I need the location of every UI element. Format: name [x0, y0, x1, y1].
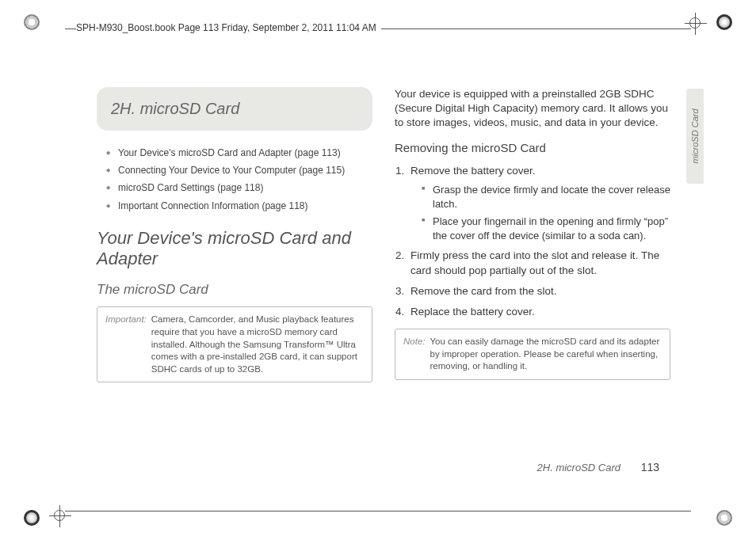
print-header-text: SPH-M930_Boost.book Page 113 Friday, Sep… — [76, 22, 381, 33]
callout-text: Camera, Camcorder, and Music playback fe… — [151, 314, 364, 375]
toc-item: microSD Card Settings (page 118) — [106, 181, 372, 194]
callout-label: Note: — [403, 336, 426, 373]
chapter-heading: 2H. microSD Card — [97, 87, 372, 131]
substep-item: Grasp the device firmly and locate the c… — [422, 183, 670, 211]
side-thumb-tab: microSD Card — [686, 89, 704, 184]
page-footer: 2H. microSD Card 113 — [537, 461, 659, 473]
mini-toc: Your Device's microSD Card and Adapter (… — [106, 146, 372, 212]
intro-paragraph: Your device is equipped with a preinstal… — [395, 87, 670, 131]
crop-mark-icon — [716, 510, 732, 526]
step-item: Remove the battery cover. Grasp the devi… — [407, 164, 670, 242]
side-tab-label: microSD Card — [690, 108, 700, 163]
step-item: Firmly press the card into the slot and … — [407, 249, 670, 277]
procedure-heading: Removing the microSD Card — [395, 140, 670, 156]
chapter-title: microSD Card — [140, 100, 240, 117]
right-column: Your device is equipped with a preinstal… — [395, 87, 670, 448]
toc-item: Connecting Your Device to Your Computer … — [106, 164, 372, 177]
chapter-number: 2H. — [111, 100, 136, 117]
page-number: 113 — [641, 461, 659, 473]
step-item: Replace the battery cover. — [407, 305, 670, 319]
callout-label: Important: — [105, 314, 147, 375]
left-column: 2H. microSD Card Your Device's microSD C… — [97, 87, 372, 448]
footer-section-label: 2H. microSD Card — [537, 462, 620, 473]
substep-item: Place your fingernail in the opening and… — [422, 215, 670, 242]
subsection-heading: The microSD Card — [97, 281, 372, 299]
step-item: Remove the card from the slot. — [407, 284, 670, 299]
crop-mark-icon — [24, 510, 40, 526]
procedure-steps: Remove the battery cover. Grasp the devi… — [407, 164, 670, 319]
important-callout: Important: Camera, Camcorder, and Music … — [97, 306, 372, 382]
section-heading: Your Device's microSD Card and Adapter — [97, 228, 372, 270]
callout-text: You can easily damage the microSD card a… — [430, 336, 662, 373]
footer-rule — [65, 511, 691, 511]
toc-item: Your Device's microSD Card and Adapter (… — [106, 146, 372, 159]
step-text: Remove the battery cover. — [410, 165, 536, 177]
toc-item: Important Connection Information (page 1… — [106, 200, 372, 212]
note-callout: Note: You can easily damage the microSD … — [395, 329, 670, 380]
